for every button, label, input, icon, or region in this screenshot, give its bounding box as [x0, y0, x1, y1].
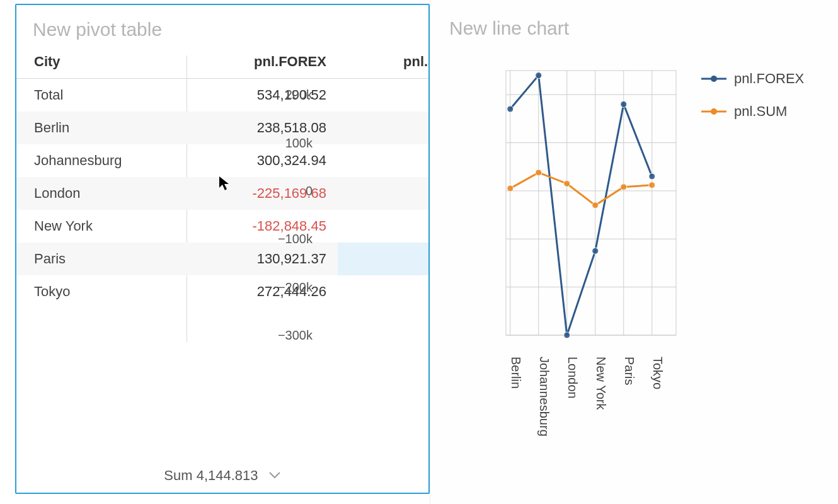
x-tick-label: Paris [608, 354, 636, 437]
legend-item-forex[interactable]: pnl.FOREX [701, 71, 804, 87]
svg-point-19 [507, 185, 514, 192]
forex-cell[interactable]: 130,921.37 [174, 243, 338, 275]
y-tick-label: 100k [262, 135, 313, 150]
svg-point-23 [621, 184, 627, 190]
forex-cell[interactable]: 534,190.52 [174, 79, 338, 112]
sum-cell[interactable]: 7, [338, 112, 428, 144]
legend-swatch-icon [701, 108, 726, 115]
x-tick-label: Johannesburg [523, 354, 551, 437]
forex-cell[interactable]: 238,518.08 [174, 112, 338, 144]
svg-point-18 [649, 173, 655, 180]
table-row[interactable]: Johannesburg300,324.9435, [16, 144, 428, 177]
city-cell[interactable]: Tokyo [16, 275, 174, 308]
sum-cell[interactable]: -37, [338, 210, 428, 243]
chart-title: New line chart [449, 18, 825, 39]
footer-value: 4,144.813 [197, 467, 258, 483]
table-row[interactable]: London-225,169.6823, [16, 177, 428, 210]
svg-point-20 [536, 169, 542, 176]
forex-cell[interactable]: 272,444.26 [174, 275, 338, 308]
table-row[interactable]: Total534,190.5253, [16, 79, 428, 112]
table-row[interactable]: Tokyo272,444.2619, [16, 275, 428, 308]
forex-cell[interactable]: 300,324.94 [174, 144, 338, 177]
legend-label: pnl.SUM [734, 103, 787, 120]
svg-point-17 [621, 101, 627, 107]
sum-cell[interactable]: 23, [338, 177, 428, 210]
chart-plot-area[interactable]: 200k100k0−100k−200k−300k BerlinJohannesb… [456, 64, 682, 348]
svg-point-16 [592, 248, 599, 254]
sum-cell[interactable]: 19, [338, 275, 428, 308]
footer-label: Sum [164, 467, 192, 483]
sum-cell[interactable]: 53, [338, 79, 428, 112]
x-tick-label: Tokyo [636, 354, 665, 437]
city-cell[interactable]: Berlin [16, 112, 174, 144]
table-row[interactable]: Paris130,921.374, [16, 243, 428, 275]
city-cell[interactable]: Total [16, 79, 174, 112]
forex-cell[interactable]: -225,169.68 [174, 177, 338, 210]
y-tick-label: 200k [262, 88, 313, 102]
svg-point-24 [649, 182, 655, 188]
forex-cell[interactable]: -182,848.45 [174, 210, 338, 243]
chevron-down-icon[interactable] [268, 466, 281, 483]
x-tick-label: London [551, 354, 580, 437]
y-tick-label: −100k [262, 232, 313, 246]
legend-item-sum[interactable]: pnl.SUM [701, 103, 804, 120]
y-tick-label: 0 [262, 183, 313, 198]
city-cell[interactable]: New York [16, 210, 174, 243]
city-cell[interactable]: Johannesburg [16, 144, 174, 177]
x-tick-label: Berlin [495, 354, 523, 437]
pivot-table[interactable]: City pnl.FOREX pnl.SUM Total534,190.5253… [16, 45, 428, 308]
x-tick-label: New York [580, 354, 608, 437]
y-tick-label: −200k [262, 280, 313, 294]
line-chart-panel: New line chart 200k100k0−100k−200k−300k … [430, 0, 838, 504]
col-header-city[interactable]: City [16, 45, 174, 79]
table-row[interactable]: Berlin238,518.087, [16, 112, 428, 144]
svg-point-15 [564, 332, 570, 338]
svg-point-22 [592, 202, 599, 209]
pivot-title: New pivot table [16, 5, 428, 45]
line-chart-svg [456, 64, 682, 348]
svg-point-21 [564, 180, 570, 186]
pivot-table-panel[interactable]: New pivot table City pnl.FOREX pnl.SUM T… [15, 4, 430, 494]
legend-swatch-icon [701, 75, 726, 83]
pivot-footer-summary[interactable]: Sum 4,144.813 [16, 467, 428, 484]
city-cell[interactable]: London [16, 177, 174, 210]
col-header-forex[interactable]: pnl.FOREX [174, 45, 338, 79]
col-header-sum[interactable]: pnl.SUM [338, 45, 428, 79]
svg-point-13 [507, 106, 514, 112]
legend-label: pnl.FOREX [734, 71, 804, 87]
chart-legend: pnl.FOREX pnl.SUM [701, 71, 804, 136]
table-row[interactable]: New York-182,848.45-37, [16, 210, 428, 243]
sum-cell[interactable]: 35, [338, 144, 428, 177]
svg-point-14 [536, 72, 542, 79]
sum-cell[interactable]: 4, [338, 243, 428, 275]
y-tick-label: −300k [262, 328, 313, 343]
city-cell[interactable]: Paris [16, 243, 174, 275]
